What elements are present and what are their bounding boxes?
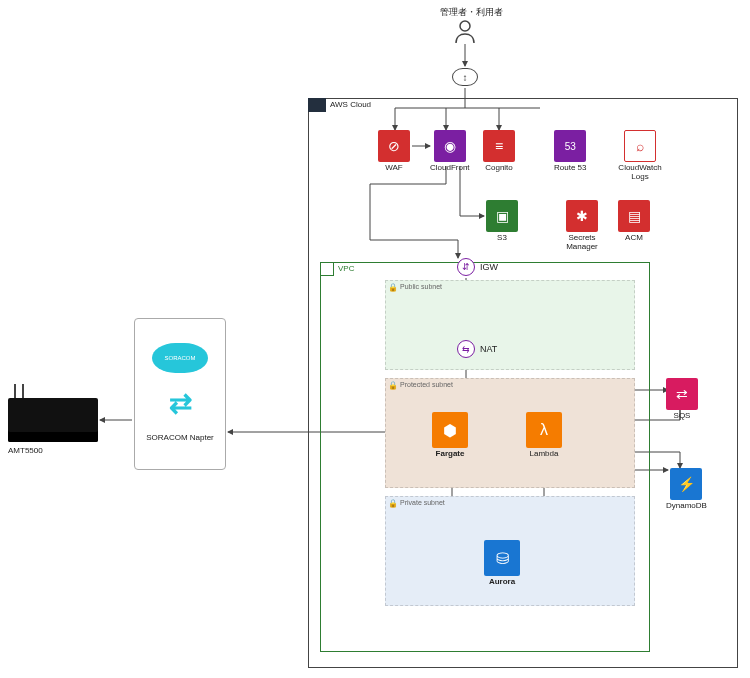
dynamodb-icon: ⚡ <box>670 468 702 500</box>
waf-icon: ⊘ <box>378 130 410 162</box>
s3-icon: ▣ <box>486 200 518 232</box>
svg-point-13 <box>460 21 470 31</box>
waf-label: WAF <box>385 164 402 173</box>
cognito-label: Cognito <box>485 164 513 173</box>
cognito-icon: ≡ <box>483 130 515 162</box>
acm-label: ACM <box>625 234 643 243</box>
internet-cloud-icon: ↕ <box>452 68 478 86</box>
napter-icon: ⇄ <box>169 387 192 420</box>
igw-icon: ⇵ <box>457 258 475 276</box>
protected-subnet: 🔒 Protected subnet <box>385 378 635 488</box>
fargate-icon: ⬢ <box>432 412 468 448</box>
lock-icon: 🔒 <box>388 381 398 391</box>
amt5500-label: AMT5500 <box>8 446 43 455</box>
acm-icon: ▤ <box>618 200 650 232</box>
aws-logo-icon <box>308 98 326 112</box>
user-icon <box>454 20 476 50</box>
cloudwatch-logs-icon: ⌕ <box>624 130 656 162</box>
cloudfront-icon: ◉ <box>434 130 466 162</box>
soracom-napter-label: SORACOM Napter <box>146 434 214 443</box>
vpc-icon <box>320 262 334 276</box>
sqs-label: SQS <box>674 412 691 421</box>
soracom-napter-box: SORACOM ⇄ SORACOM Napter <box>134 318 226 470</box>
nat-label: NAT <box>480 344 497 354</box>
lock-icon: 🔒 <box>388 499 398 509</box>
lock-icon: 🔒 <box>388 283 398 293</box>
igw-label: IGW <box>480 262 498 272</box>
public-subnet-label: Public subnet <box>386 281 634 290</box>
secrets-manager-icon: ✱ <box>566 200 598 232</box>
vpc-label: VPC <box>338 264 354 273</box>
cloudwatch-logs-label: CloudWatch Logs <box>610 164 670 182</box>
actor-label: 管理者・利用者 <box>440 6 503 19</box>
route53-label: Route 53 <box>554 164 586 173</box>
fargate-label: Fargate <box>436 450 465 459</box>
private-subnet-label: Private subnet <box>386 497 634 506</box>
public-subnet: 🔒 Public subnet <box>385 280 635 370</box>
amt5500-device-icon <box>8 398 98 442</box>
protected-subnet-label: Protected subnet <box>386 379 634 388</box>
aurora-label: Aurora <box>489 578 515 587</box>
aws-cloud-label: AWS Cloud <box>330 100 371 109</box>
s3-label: S3 <box>497 234 507 243</box>
dynamodb-label: DynamoDB <box>666 502 707 511</box>
secrets-manager-label: Secrets Manager <box>554 234 610 252</box>
aurora-icon: ⛁ <box>484 540 520 576</box>
lambda-label: Lambda <box>530 450 559 459</box>
route53-icon: 53 <box>554 130 586 162</box>
cloudfront-label: CloudFront <box>430 164 470 173</box>
lambda-icon: λ <box>526 412 562 448</box>
nat-icon: ⇆ <box>457 340 475 358</box>
soracom-cloud-icon: SORACOM <box>152 343 208 373</box>
sqs-icon: ⇄ <box>666 378 698 410</box>
